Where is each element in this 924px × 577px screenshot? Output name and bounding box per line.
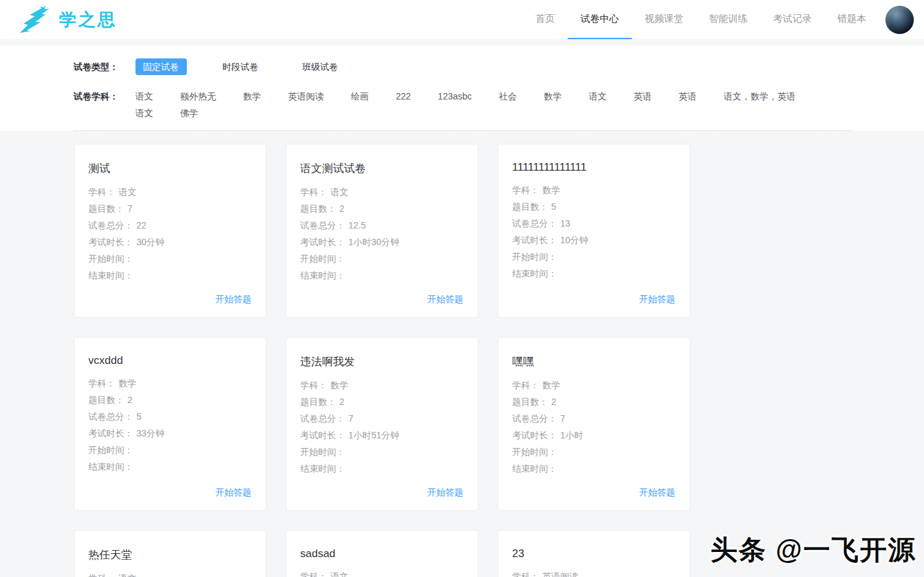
paper-type-option[interactable]: 固定试卷: [135, 58, 187, 75]
field-label: 学科：: [301, 571, 327, 577]
avatar[interactable]: [885, 6, 914, 34]
card-field-total-score: 试卷总分：12.5: [301, 217, 464, 234]
exam-title: 11111111111111: [512, 161, 676, 174]
subject-option[interactable]: 英语: [679, 88, 697, 105]
field-value: 13: [561, 218, 571, 228]
field-value: 2: [552, 397, 557, 407]
exam-card: 测试学科：语文题目数：7试卷总分：22考试时长：30分钟开始时间：结束时间：开始…: [74, 144, 266, 318]
subject-option[interactable]: 额外热无: [180, 88, 216, 105]
field-label: 学科：: [89, 573, 116, 577]
subject-option[interactable]: 佛学: [180, 105, 198, 121]
exam-card: 热任天堂学科：语文题目数：2试卷总分：考试时长：开始时间：结束时间：开始答题: [74, 530, 266, 577]
field-value: 12.5: [349, 220, 366, 230]
card-field-total-score: 试卷总分：13: [512, 215, 676, 232]
nav-item[interactable]: 考试记录: [760, 0, 824, 39]
field-value: 7: [561, 413, 566, 424]
subject-option[interactable]: 英语阅读: [288, 88, 324, 105]
paper-type-filter-row: 试卷类型： 固定试卷时段试卷班级试卷: [74, 58, 851, 75]
paper-type-option[interactable]: 班级试卷: [295, 58, 346, 75]
field-value: 2: [128, 395, 133, 405]
field-label: 结束时间：: [301, 463, 345, 474]
card-field-start-time: 开始时间：: [512, 444, 676, 460]
card-field-question-count: 题目数：5: [512, 198, 676, 215]
card-field-question-count: 题目数：2: [301, 200, 464, 217]
subject-option[interactable]: 语文: [135, 105, 153, 121]
field-label: 试卷总分：: [301, 220, 345, 230]
field-label: 题目数：: [512, 202, 548, 212]
field-label: 学科：: [301, 380, 327, 390]
subject-option[interactable]: 数学: [544, 88, 562, 105]
field-label: 考试时长：: [301, 237, 345, 247]
field-label: 考试时长：: [301, 430, 345, 440]
main-nav: 首页试卷中心视频课堂智能训练考试记录错题本: [523, 0, 879, 39]
subject-option[interactable]: 绘画: [351, 88, 369, 105]
field-label: 考试时长：: [512, 430, 557, 440]
nav-item[interactable]: 错题本: [824, 0, 879, 39]
nav-item[interactable]: 视频课堂: [632, 0, 696, 39]
paper-type-option[interactable]: 时段试卷: [215, 58, 266, 75]
subject-option[interactable]: 123asbc: [438, 88, 472, 105]
field-label: 学科：: [89, 187, 116, 197]
field-label: 学科：: [301, 187, 327, 197]
deer-logo-icon: [18, 5, 55, 35]
field-label: 题目数：: [89, 395, 125, 405]
brand-logo[interactable]: 学之思: [18, 5, 117, 35]
subject-option[interactable]: 语文，数学，英语: [724, 88, 796, 105]
field-label: 试卷总分：: [89, 220, 134, 230]
exam-title: 违法啊我发: [301, 354, 464, 369]
card-field-end-time: 结束时间：: [89, 458, 252, 475]
card-field-subject: 学科：数学: [301, 377, 464, 393]
brand-name: 学之思: [59, 8, 117, 31]
paper-type-options: 固定试卷时段试卷班级试卷: [135, 58, 374, 75]
card-field-subject: 学科：数学: [89, 375, 252, 392]
field-value: 1小时51分钟: [349, 430, 399, 440]
field-value: 7: [128, 203, 133, 214]
field-label: 学科：: [512, 185, 539, 195]
subject-option[interactable]: 语文: [135, 88, 153, 105]
nav-item[interactable]: 智能训练: [696, 0, 760, 39]
card-field-end-time: 结束时间：: [301, 460, 464, 477]
field-value: 30分钟: [137, 237, 165, 247]
card-field-start-time: 开始时间：: [301, 250, 464, 267]
start-exam-link[interactable]: 开始答题: [301, 294, 464, 306]
field-label: 学科：: [89, 378, 116, 388]
start-exam-link[interactable]: 开始答题: [89, 487, 252, 499]
field-value: 2: [340, 203, 345, 214]
start-exam-link[interactable]: 开始答题: [512, 487, 676, 499]
card-field-subject: 学科：语文: [301, 568, 464, 577]
exam-card: 23学科：英语阅读题目数：2试卷总分：考试时长：开始时间：结束时间：开始答题: [498, 530, 690, 577]
nav-item[interactable]: 首页: [523, 0, 568, 39]
subject-options: 语文额外热无数学英语阅读绘画222123asbc社会数学语文英语英语语文，数学，…: [135, 88, 851, 121]
subject-option[interactable]: 语文: [589, 88, 607, 105]
field-label: 开始时间：: [512, 252, 557, 262]
start-exam-link[interactable]: 开始答题: [512, 294, 676, 306]
field-value: 10分钟: [561, 235, 589, 245]
card-field-total-score: 试卷总分：7: [512, 410, 676, 427]
subject-option[interactable]: 英语: [634, 88, 652, 105]
exam-card: 11111111111111学科：数学题目数：5试卷总分：13考试时长：10分钟…: [498, 144, 690, 318]
subject-option[interactable]: 222: [396, 88, 411, 105]
card-field-duration: 考试时长：10分钟: [512, 232, 676, 248]
field-value: 语文: [331, 187, 349, 197]
subject-option[interactable]: 社会: [499, 88, 517, 105]
field-label: 试卷总分：: [512, 218, 557, 228]
nav-item[interactable]: 试卷中心: [568, 0, 632, 39]
exam-card: 嘿嘿学科：数学题目数：2试卷总分：7考试时长：1小时开始时间：结束时间：开始答题: [498, 337, 690, 511]
field-value: 语文: [119, 573, 137, 577]
field-label: 结束时间：: [512, 463, 557, 474]
start-exam-link[interactable]: 开始答题: [89, 294, 252, 306]
card-field-start-time: 开始时间：: [301, 444, 464, 460]
card-field-start-time: 开始时间：: [89, 442, 252, 458]
card-field-subject: 学科：语文: [89, 570, 252, 577]
card-field-subject: 学科：数学: [512, 182, 676, 198]
start-exam-link[interactable]: 开始答题: [301, 487, 464, 499]
card-field-subject: 学科：数学: [512, 377, 676, 393]
field-value: 数学: [119, 378, 137, 388]
field-value: 22: [137, 220, 147, 230]
field-label: 题目数：: [512, 397, 548, 407]
card-field-subject: 学科：语文: [89, 184, 252, 200]
field-value: 语文: [331, 571, 349, 577]
subject-option[interactable]: 数学: [243, 88, 261, 105]
field-label: 结束时间：: [89, 461, 134, 472]
paper-type-label: 试卷类型：: [74, 58, 119, 75]
